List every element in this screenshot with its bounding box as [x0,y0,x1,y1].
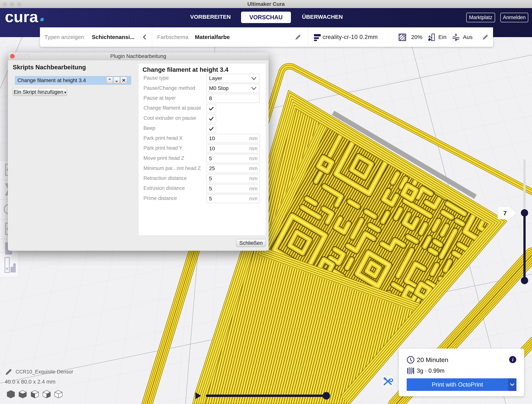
svg-text:7: 7 [503,210,507,217]
svg-text:cura: cura [5,14,38,26]
svg-text:i: i [512,357,513,362]
